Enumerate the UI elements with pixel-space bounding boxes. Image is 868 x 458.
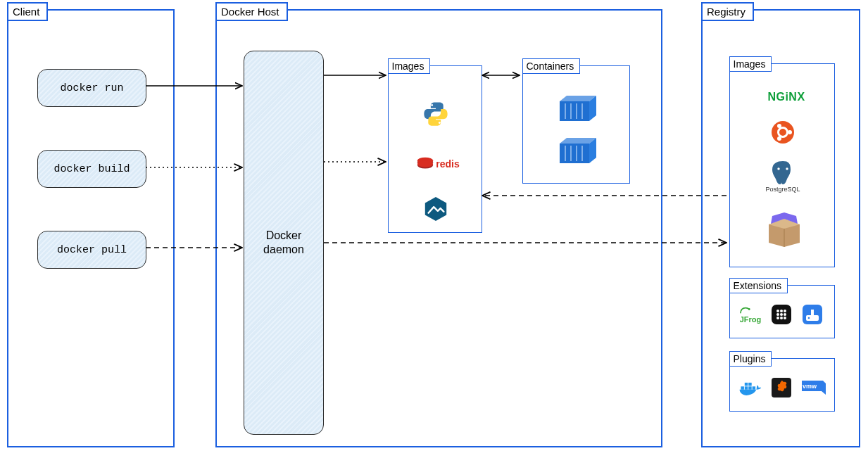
- svg-rect-44: [811, 310, 814, 315]
- cmd-docker-build: docker build: [37, 150, 146, 188]
- container-icon: [558, 136, 598, 165]
- svg-point-38: [784, 313, 786, 316]
- svg-rect-8: [560, 101, 589, 121]
- svg-point-23: [788, 130, 792, 134]
- svg-point-41: [784, 317, 786, 319]
- docker-daemon: Docker daemon: [244, 51, 324, 435]
- grid-app-icon: [771, 304, 792, 325]
- svg-rect-49: [745, 383, 748, 386]
- registry-extensions-title: Extensions: [729, 278, 788, 293]
- docker-host-panel: Docker Host Docker daemon Images redis: [215, 9, 662, 447]
- svg-point-45: [808, 317, 810, 319]
- host-images-title: Images: [388, 58, 431, 74]
- svg-rect-48: [748, 386, 752, 390]
- svg-point-35: [784, 310, 786, 312]
- svg-point-31: [748, 308, 750, 310]
- python-icon: [422, 100, 450, 128]
- cmd-docker-pull: docker pull: [37, 231, 146, 269]
- svg-point-0: [431, 104, 433, 106]
- docker-host-title: Docker Host: [215, 2, 288, 21]
- nginx-label: NGiNX: [767, 91, 805, 103]
- svg-point-25: [777, 136, 781, 141]
- host-containers-panel: Containers: [522, 65, 630, 184]
- svg-point-24: [777, 124, 781, 128]
- svg-rect-15: [560, 144, 589, 163]
- svg-rect-50: [748, 383, 752, 386]
- registry-images-panel: Images NGiNX PostgreSQL: [729, 63, 835, 267]
- registry-plugins-title: Plugins: [729, 351, 772, 367]
- daemon-label: Docker daemon: [244, 229, 323, 257]
- svg-rect-43: [806, 315, 819, 321]
- vmware-label: vmw: [803, 383, 817, 390]
- client-title: Client: [7, 2, 48, 21]
- svg-point-27: [786, 167, 788, 170]
- docker-icon: [737, 379, 762, 398]
- package-icon: [765, 212, 803, 247]
- svg-point-34: [780, 310, 783, 312]
- registry-extensions-panel: Extensions JFrog: [729, 285, 835, 338]
- registry-panel: Registry Images NGiNX PostgreSQL: [701, 9, 860, 447]
- svg-point-40: [780, 317, 783, 319]
- svg-point-33: [776, 310, 779, 312]
- postgres-icon: PostgreSQL: [765, 159, 800, 198]
- alpine-icon: [422, 195, 450, 223]
- redis-icon: redis: [413, 154, 463, 174]
- postgres-label: PostgreSQL: [765, 186, 800, 193]
- svg-rect-47: [745, 386, 748, 390]
- svg-rect-46: [741, 386, 744, 390]
- jfrog-label: JFrog: [737, 315, 764, 324]
- jfrog-icon: JFrog: [737, 305, 764, 326]
- container-icon: [558, 94, 598, 122]
- registry-images-title: Images: [729, 56, 772, 72]
- cmd-docker-run: docker run: [37, 69, 146, 107]
- grafana-icon: [771, 377, 792, 398]
- svg-point-5: [417, 160, 433, 167]
- client-panel: Client docker run docker build docker pu…: [7, 9, 175, 447]
- svg-rect-51: [753, 386, 756, 390]
- svg-point-26: [777, 167, 779, 170]
- vmware-icon: vmw: [800, 379, 827, 397]
- nginx-icon: NGiNX: [758, 91, 814, 103]
- ubuntu-icon: [771, 120, 795, 144]
- svg-point-37: [780, 313, 783, 316]
- svg-point-39: [776, 317, 779, 319]
- svg-point-1: [439, 122, 441, 124]
- portainer-icon: [802, 304, 823, 325]
- host-containers-title: Containers: [522, 58, 581, 74]
- registry-plugins-panel: Plugins vmw: [729, 358, 835, 412]
- svg-point-36: [776, 313, 779, 316]
- registry-title: Registry: [701, 2, 754, 21]
- host-images-panel: Images redis: [388, 65, 482, 233]
